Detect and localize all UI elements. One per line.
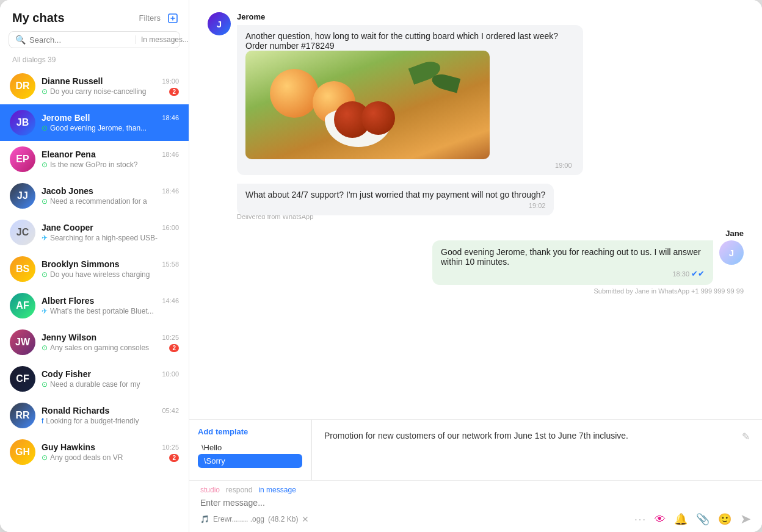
dialog-top: Dianne Russell 19:00 (42, 76, 179, 86)
dialog-info: Jacob Jones 18:46 ⊙ Need a recommendatio… (42, 186, 179, 206)
dialog-item-jenny[interactable]: JW Jenny Wilson 10:25 ⊙ Any sales on gam… (0, 324, 189, 361)
sidebar-title: My chats (12, 11, 65, 25)
dialog-name: Guy Hawkins (42, 442, 95, 452)
input-context: studio respond in message (200, 486, 751, 494)
double-check-icon: ✔✔ (691, 269, 705, 278)
whatsapp-icon: ⊙ (42, 380, 48, 389)
whatsapp-icon: ⊙ (42, 87, 48, 96)
dialog-item-jacob[interactable]: JJ Jacob Jones 18:46 ⊙ Need a recommenda… (0, 178, 189, 214)
dialog-item-dianne[interactable]: DR Dianne Russell 19:00 ⊙ Do you carry n… (0, 68, 189, 104)
whatsapp-icon: ⊙ (42, 197, 48, 206)
input-bar: studio respond in message 🎵 Erewr.......… (189, 480, 762, 532)
message-bubble-wrap: Jerome Another question, how long to wai… (237, 12, 583, 175)
dialog-preview: Looking for a budget-friendly (46, 417, 179, 425)
dialogs-label: All dialogs 39 (0, 53, 189, 68)
message-input[interactable] (200, 498, 751, 508)
music-note-icon: 🎵 (200, 515, 209, 523)
attachment-filename: Erewr........ .ogg (213, 515, 264, 523)
dialog-top: Jerome Bell 18:46 (42, 113, 179, 123)
dialog-top: Cody Fisher 10:00 (42, 369, 179, 379)
context-in-message: in message (258, 486, 296, 494)
message-incoming-2-wrap: What about 24/7 support? I'm just worrie… (208, 184, 744, 220)
dialog-item-cody[interactable]: CF Cody Fisher 10:00 ⊙ Need a durable ca… (0, 361, 189, 397)
attachment-size: (48.2 Kb) (268, 515, 298, 523)
dialog-time: 14:46 (162, 297, 179, 304)
dialog-top: Guy Hawkins 10:25 (42, 442, 179, 452)
in-messages-button[interactable]: In messages... ▾ (136, 35, 194, 44)
sender-name: Jerome (237, 12, 583, 21)
dialog-bottom: f Looking for a budget-friendly (42, 417, 179, 425)
outgoing-sender-name: Jane (725, 229, 744, 238)
attachment-close-button[interactable]: ✕ (302, 514, 309, 524)
unread-badge: 2 (169, 344, 179, 352)
dialog-item-brooklyn[interactable]: BS Brooklyn Simmons 15:58 ⊙ Do you have … (0, 251, 189, 287)
search-input[interactable] (29, 35, 132, 45)
dialog-info: Ronald Richards 05:42 f Looking for a bu… (42, 406, 179, 425)
input-icons: ⋯ 👁 🔔 📎 🙂 ➤ (634, 511, 751, 527)
dialog-list: DR Dianne Russell 19:00 ⊙ Do you carry n… (0, 68, 189, 532)
dialog-name: Ronald Richards (42, 406, 109, 415)
context-studio: studio (200, 486, 220, 494)
unread-badge: 2 (169, 454, 179, 462)
app-container: My chats Filters 🔍 In messages... ▾ All … (0, 0, 762, 532)
dialog-name: Albert Flores (42, 296, 94, 306)
dialog-item-ronald[interactable]: RR Ronald Richards 05:42 f Looking for a… (0, 397, 189, 434)
template-edit-icon[interactable]: ✎ (742, 431, 750, 442)
avatar: J (208, 12, 231, 35)
outgoing-text: Good evening Jerome, thank you for reach… (441, 247, 701, 267)
compose-button[interactable] (167, 12, 179, 24)
dialog-info: Dianne Russell 19:00 ⊙ Do you carry nois… (42, 76, 179, 96)
filters-button[interactable]: Filters (139, 13, 161, 23)
eye-icon[interactable]: 👁 (655, 513, 666, 526)
paperclip-icon[interactable]: 📎 (696, 512, 709, 526)
dialog-bottom: ⊙ Do you carry noise-cancelling 2 (42, 87, 179, 96)
outgoing-sender: Jane (725, 229, 744, 238)
whatsapp-icon: ⊙ (42, 453, 48, 462)
dialog-time: 19:00 (162, 77, 179, 85)
message-bubble-2: What about 24/7 support? I'm just worrie… (237, 184, 554, 215)
dialog-name: Dianne Russell (42, 76, 103, 86)
dialog-item-jerome[interactable]: JB Jerome Bell 18:46 ⊙ Good evening Jero… (0, 104, 189, 141)
message-time: 19:00 (245, 162, 575, 169)
message-incoming-2: What about 24/7 support? I'm just worrie… (208, 184, 583, 215)
dialog-time: 10:00 (162, 370, 179, 378)
unread-badge: 2 (169, 88, 179, 96)
outgoing-bubble: Good evening Jerome, thank you for reach… (432, 240, 713, 285)
whatsapp-icon: ⊙ (42, 160, 48, 169)
message-text: What about 24/7 support? I'm just worrie… (245, 190, 545, 200)
dialog-bottom: ✈ What's the best portable Bluet... (42, 307, 179, 315)
send-button[interactable]: ➤ (740, 511, 751, 527)
attachment-file: 🎵 Erewr........ .ogg (48.2 Kb) ✕ (200, 514, 309, 524)
search-icon: 🔍 (15, 35, 26, 45)
dialog-time: 10:25 (162, 444, 179, 451)
dialog-preview: Do you have wireless charging (50, 270, 179, 279)
telegram-icon: ✈ (42, 307, 48, 315)
avatar: JB (10, 110, 35, 135)
add-template-button[interactable]: Add template (198, 427, 302, 436)
dialog-item-jane[interactable]: JC Jane Cooper 16:00 ✈ Searching for a h… (0, 214, 189, 251)
dialog-item-eleanor[interactable]: EP Eleanor Pena 18:46 ⊙ Is the new GoPro… (0, 141, 189, 178)
dialog-preview: Do you carry noise-cancelling (50, 87, 167, 96)
whatsapp-icon: ⊙ (42, 343, 48, 352)
dialog-item-albert[interactable]: AF Albert Flores 14:46 ✈ What's the best… (0, 287, 189, 324)
outgoing-top: Good evening Jerome, thank you for reach… (432, 240, 744, 285)
avatar: AF (10, 293, 35, 318)
bell-icon[interactable]: 🔔 (674, 512, 688, 526)
search-bar: 🔍 In messages... ▾ (9, 31, 180, 48)
dialog-top: Albert Flores 14:46 (42, 296, 179, 306)
avatar: BS (10, 256, 35, 282)
template-preview: Promotion for new customers of our netwo… (312, 420, 762, 480)
message-outgoing-wrap: Jane Good evening Jerome, thank you for … (208, 229, 744, 295)
dots-icon[interactable]: ⋯ (634, 512, 646, 527)
avatar: GH (10, 439, 35, 465)
dialog-info: Albert Flores 14:46 ✈ What's the best po… (42, 296, 179, 315)
dialog-preview: Searching for a high-speed USB- (50, 234, 179, 242)
template-item-hello[interactable]: \Hello (198, 441, 302, 454)
sidebar: My chats Filters 🔍 In messages... ▾ All … (0, 0, 189, 532)
emoji-icon[interactable]: 🙂 (718, 512, 731, 526)
dialog-preview: What's the best portable Bluet... (50, 307, 179, 315)
dialog-item-guy[interactable]: GH Guy Hawkins 10:25 ⊙ Any good deals on… (0, 434, 189, 470)
template-list: \Hello\Sorry (198, 441, 302, 468)
template-item-sorry[interactable]: \Sorry (198, 454, 302, 468)
dialog-name: Jenny Wilson (42, 332, 96, 342)
